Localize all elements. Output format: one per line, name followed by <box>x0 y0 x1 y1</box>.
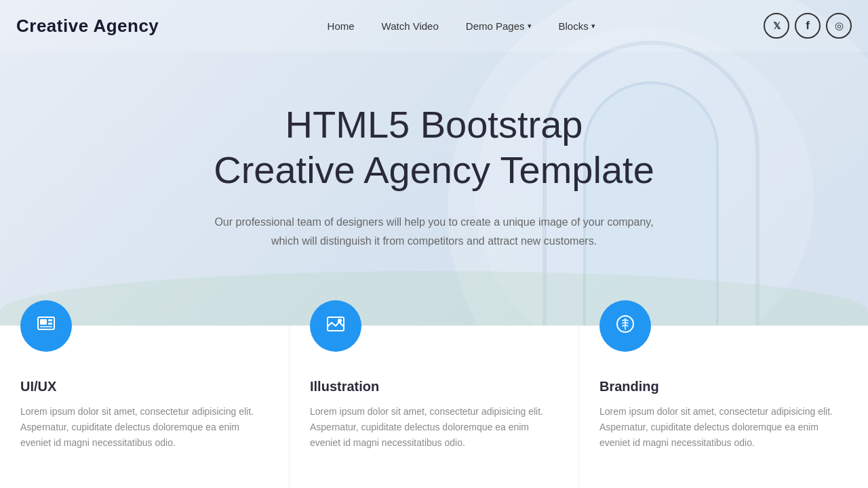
card-branding: Branding Lorem ipsum dolor sit amet, con… <box>579 325 868 488</box>
facebook-icon: f <box>806 19 810 33</box>
hero-title: HTML5 Bootstrap Creative Agency Template <box>0 102 868 192</box>
hero-section: Creative Agency Home Watch Video Demo Pa… <box>0 0 868 488</box>
card-branding-icon-wrap <box>599 300 651 352</box>
card-illustration: Illustration Lorem ipsum dolor sit amet,… <box>290 325 579 488</box>
branding-icon <box>615 314 635 339</box>
card-branding-text: Lorem ipsum dolor sit amet, consectetur … <box>599 404 848 451</box>
card-uiux: UI/UX Lorem ipsum dolor sit amet, consec… <box>0 325 290 488</box>
nav-watch-video[interactable]: Watch Video <box>382 20 439 32</box>
twitter-link[interactable]: 𝕏 <box>764 13 789 39</box>
hero-title-line1: HTML5 Bootstrap <box>285 103 583 146</box>
nav-demo-pages[interactable]: Demo Pages <box>466 20 532 32</box>
hero-title-line2: Creative Agency Template <box>214 148 654 191</box>
instagram-link[interactable]: ◎ <box>826 13 852 39</box>
svg-rect-1 <box>40 319 47 325</box>
uiux-icon <box>35 313 57 340</box>
hero-subtitle: Our professional team of designers will … <box>197 213 671 249</box>
social-links: 𝕏 f ◎ <box>764 13 852 39</box>
card-illustration-title: Illustration <box>310 379 558 394</box>
facebook-link[interactable]: f <box>795 13 821 39</box>
brand-logo[interactable]: Creative Agency <box>16 16 159 37</box>
card-illustration-text: Lorem ipsum dolor sit amet, consectetur … <box>310 404 558 451</box>
card-uiux-text: Lorem ipsum dolor sit amet, consectetur … <box>20 404 269 451</box>
card-illustration-icon-wrap <box>310 300 361 352</box>
hero-content: HTML5 Bootstrap Creative Agency Template… <box>0 102 868 250</box>
card-uiux-icon-wrap <box>20 300 72 352</box>
nav-links: Home Watch Video Demo Pages Blocks <box>328 20 595 32</box>
svg-rect-2 <box>48 319 52 321</box>
svg-point-7 <box>338 319 342 323</box>
illustration-icon <box>325 313 347 340</box>
svg-rect-3 <box>48 323 52 325</box>
twitter-icon: 𝕏 <box>773 20 781 31</box>
nav-blocks[interactable]: Blocks <box>559 20 595 32</box>
nav-home[interactable]: Home <box>328 20 355 32</box>
feature-cards-row: UI/UX Lorem ipsum dolor sit amet, consec… <box>0 325 868 488</box>
card-uiux-title: UI/UX <box>20 379 269 394</box>
card-branding-title: Branding <box>599 379 848 394</box>
instagram-icon: ◎ <box>835 20 844 32</box>
navbar: Creative Agency Home Watch Video Demo Pa… <box>0 0 868 52</box>
